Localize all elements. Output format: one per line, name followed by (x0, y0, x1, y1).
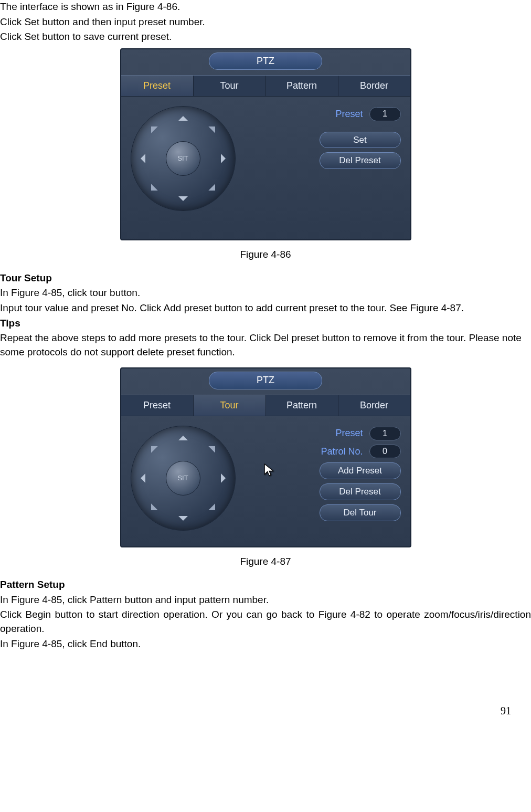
preset-label: Preset (246, 427, 365, 440)
tab-preset[interactable]: Preset (121, 395, 194, 416)
ptz-title: PTZ (209, 52, 322, 70)
pattern-setup-l3: In Figure 4-85, click End button. (0, 637, 531, 651)
tour-setup-l1: In Figure 4-85, click tour button. (0, 286, 531, 300)
tab-tour[interactable]: Tour (194, 76, 266, 96)
patrol-input[interactable]: 0 (369, 445, 401, 458)
controls-preset: Preset 1 Set Del Preset (246, 106, 401, 211)
dpad-left-icon[interactable] (136, 473, 145, 483)
tab-border[interactable]: Border (338, 395, 410, 416)
tour-setup-heading: Tour Setup (0, 271, 531, 286)
dpad-up-icon[interactable] (178, 431, 188, 440)
figure-86-caption: Figure 4-86 (0, 248, 531, 262)
del-tour-button[interactable]: Del Tour (320, 504, 401, 521)
dpad-right-icon[interactable] (221, 154, 230, 163)
dpad-left-icon[interactable] (136, 154, 145, 163)
preset-label: Preset (246, 108, 365, 121)
dpad: SIT (131, 426, 236, 531)
intro-line-2: Click Set button and then input preset n… (0, 15, 531, 29)
intro-line-3: Click Set button to save current preset. (0, 30, 531, 44)
tour-setup-l2: Input tour value and preset No. Click Ad… (0, 301, 531, 315)
tab-border[interactable]: Border (338, 76, 410, 96)
dpad-down-icon[interactable] (178, 196, 188, 206)
dpad: SIT (131, 106, 236, 211)
ptz-panel-tour: PTZ Preset Tour Pattern Border SIT Prese… (120, 367, 411, 547)
ptz-tabs: Preset Tour Pattern Border (121, 395, 410, 416)
pattern-setup-l2: Click Begin button to start direction op… (0, 608, 531, 636)
ptz-panel-preset: PTZ Preset Tour Pattern Border SIT Prese… (120, 48, 411, 240)
tab-preset[interactable]: Preset (121, 76, 194, 96)
intro-line-1: The interface is shown as in Figure 4-86… (0, 0, 531, 14)
ptz-header: PTZ (121, 368, 410, 394)
add-preset-button[interactable]: Add Preset (320, 462, 401, 479)
del-preset-button[interactable]: Del Preset (320, 483, 401, 500)
tab-pattern[interactable]: Pattern (266, 76, 338, 96)
tips-heading: Tips (0, 317, 531, 331)
dpad-center-button[interactable]: SIT (166, 461, 200, 495)
page-number: 91 (0, 703, 531, 718)
preset-input[interactable]: 1 (369, 107, 401, 121)
patrol-label: Patrol No. (246, 445, 365, 458)
ptz-header: PTZ (121, 49, 410, 75)
tab-pattern[interactable]: Pattern (266, 395, 338, 416)
tour-setup-l3: Repeat the above steps to add more prese… (0, 331, 531, 359)
controls-tour: Preset 1 Patrol No. 0 Add Preset Del Pre… (246, 426, 401, 531)
pattern-setup-l1: In Figure 4-85, click Pattern button and… (0, 593, 531, 607)
tab-tour[interactable]: Tour (194, 395, 266, 416)
ptz-title: PTZ (209, 372, 322, 389)
ptz-tabs: Preset Tour Pattern Border (121, 75, 410, 97)
set-button[interactable]: Set (320, 132, 401, 149)
dpad-center-button[interactable]: SIT (166, 141, 200, 176)
preset-input[interactable]: 1 (369, 427, 401, 440)
dpad-right-icon[interactable] (221, 473, 230, 483)
dpad-up-icon[interactable] (178, 111, 188, 121)
pattern-setup-heading: Pattern Setup (0, 578, 531, 592)
ptz-body: SIT Preset 1 Patrol No. 0 Add Preset Del… (121, 416, 410, 546)
del-preset-button[interactable]: Del Preset (320, 152, 401, 169)
ptz-body: SIT Preset 1 Set Del Preset (121, 97, 410, 239)
dpad-down-icon[interactable] (178, 516, 188, 525)
figure-87-caption: Figure 4-87 (0, 555, 531, 569)
